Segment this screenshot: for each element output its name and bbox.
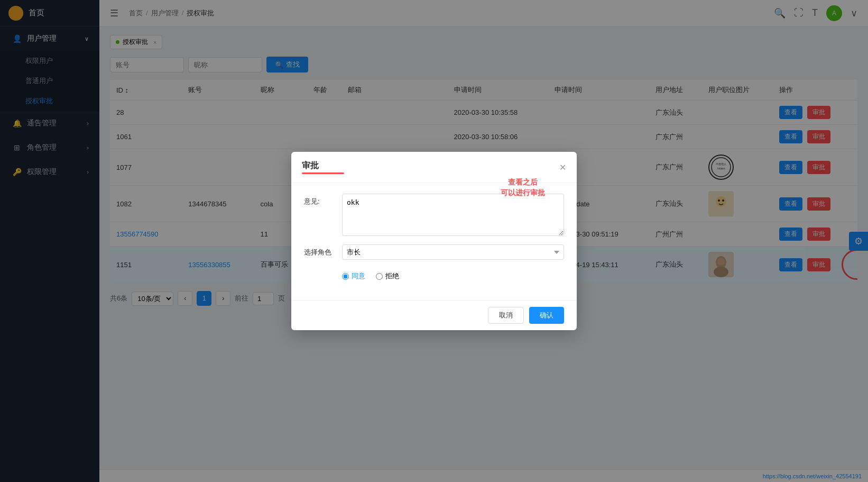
radio-approve-label: 同意 — [352, 271, 365, 281]
comment-textarea[interactable]: okk — [342, 194, 564, 236]
cancel-button[interactable]: 取消 — [488, 307, 524, 324]
comment-label: 意见: — [304, 194, 336, 206]
modal-body: 意见: okk 选择角色 市长 区长 镇长 同意 — [291, 183, 577, 300]
modal-title: 审批 — [302, 161, 319, 170]
modal-overlay[interactable]: 审批 查看之后可以进行审批 ✕ 意见: okk 选择角色 市长 区长 镇长 — [0, 0, 868, 482]
radio-group: 同意 拒绝 — [342, 268, 399, 281]
approval-modal: 审批 查看之后可以进行审批 ✕ 意见: okk 选择角色 市长 区长 镇长 — [291, 152, 577, 330]
radio-reject-label: 拒绝 — [385, 271, 399, 281]
modal-footer: 取消 确认 — [291, 300, 577, 330]
radio-label — [304, 268, 336, 271]
role-label: 选择角色 — [304, 244, 336, 257]
modal-header: 审批 查看之后可以进行审批 ✕ — [291, 152, 577, 183]
role-select[interactable]: 市长 区长 镇长 — [342, 244, 564, 260]
title-underline — [302, 172, 344, 174]
radio-reject[interactable]: 拒绝 — [376, 271, 399, 281]
radio-approve[interactable]: 同意 — [342, 271, 365, 281]
modal-close-btn[interactable]: ✕ — [559, 162, 566, 172]
form-radio-row: 同意 拒绝 — [304, 268, 564, 281]
form-role-row: 选择角色 市长 区长 镇长 — [304, 244, 564, 260]
radio-approve-input[interactable] — [342, 273, 349, 280]
radio-reject-input[interactable] — [376, 273, 383, 280]
form-comment-row: 意见: okk — [304, 194, 564, 236]
confirm-button[interactable]: 确认 — [529, 307, 564, 324]
